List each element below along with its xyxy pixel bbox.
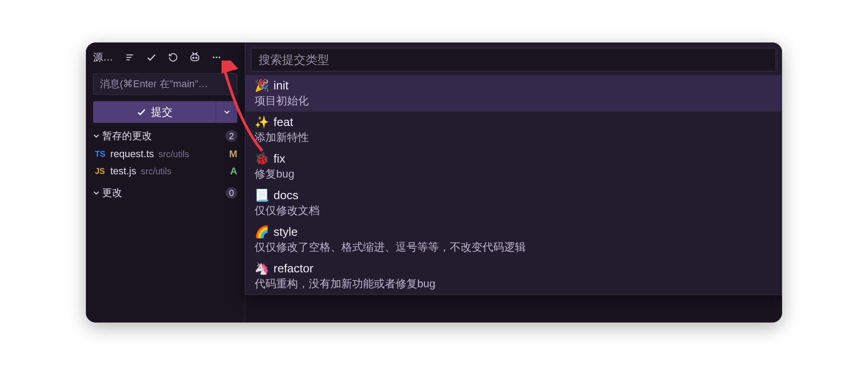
commit-type-emoji: 🦄: [255, 262, 269, 276]
commit-type-description: 修复bug: [255, 167, 773, 181]
chevron-down-icon: [90, 131, 102, 140]
refresh-icon[interactable]: [166, 51, 180, 64]
file-type-icon: JS: [95, 167, 110, 176]
commit-type-keyword: docs: [274, 188, 298, 202]
quickpick-item[interactable]: ✨feat添加新特性: [245, 112, 782, 148]
file-path: src/utils: [159, 149, 227, 159]
commit-type-emoji: 📃: [255, 188, 269, 202]
editor-area: git-commit-plugin redjue ⬇ 48,091 ★★★★★ …: [245, 42, 782, 323]
commit-button-label: 提交: [151, 105, 173, 119]
section-count-badge: 2: [226, 130, 237, 142]
section-label: 更改: [102, 186, 226, 200]
commit-type-description: 项目初始化: [255, 94, 773, 108]
file-name: request.ts: [110, 148, 154, 160]
commit-type-keyword: style: [274, 225, 297, 239]
svg-point-5: [213, 56, 215, 58]
file-status-badge: A: [227, 165, 237, 177]
quickpick-search-input[interactable]: [251, 48, 776, 71]
check-icon[interactable]: [145, 51, 158, 64]
quickpick-panel: 🎉init项目初始化✨feat添加新特性🐞fix修复bug📃docs仅仅修改文档…: [245, 42, 782, 295]
commit-type-description: 仅仅修改了空格、格式缩进、逗号等等，不改变代码逻辑: [255, 240, 773, 254]
commit-button[interactable]: 提交: [93, 101, 216, 123]
source-control-sidebar: 源…: [86, 42, 245, 323]
svg-point-7: [219, 56, 221, 58]
commit-type-emoji: 🐞: [255, 152, 269, 166]
quickpick-item[interactable]: 📃docs仅仅修改文档: [245, 185, 782, 221]
file-row[interactable]: JStest.jssrc/utilsA: [86, 163, 245, 180]
sidebar-title: 源…: [93, 51, 113, 64]
vscode-window: 源…: [86, 42, 782, 323]
commit-type-description: 添加新特性: [255, 130, 773, 145]
svg-point-4: [196, 57, 197, 59]
section-count-badge: 0: [226, 187, 237, 199]
chevron-down-icon: [90, 188, 102, 197]
commit-button-bar: 提交: [93, 101, 237, 123]
quickpick-item[interactable]: 🐞fix修复bug: [245, 148, 782, 185]
file-status-badge: M: [227, 148, 237, 160]
quickpick-item[interactable]: 🦄refactor代码重构，没有加新功能或者修复bug: [245, 258, 782, 295]
commit-type-description: 代码重构，没有加新功能或者修复bug: [255, 276, 773, 291]
file-name: test.js: [110, 165, 136, 177]
file-row[interactable]: TSrequest.tssrc/utilsM: [86, 145, 245, 163]
commit-type-keyword: init: [274, 79, 288, 93]
changes-section[interactable]: 更改 0: [86, 180, 245, 202]
svg-point-6: [216, 56, 217, 58]
commit-type-emoji: 🌈: [255, 225, 269, 239]
commit-type-emoji: 🎉: [255, 79, 269, 93]
quickpick-item[interactable]: 🎉init项目初始化: [245, 75, 782, 112]
more-actions-icon[interactable]: [210, 51, 223, 64]
commit-dropdown-button[interactable]: [216, 101, 237, 123]
commit-message-input[interactable]: [93, 73, 237, 95]
staged-files-list: TSrequest.tssrc/utilsMJStest.jssrc/utils…: [86, 145, 245, 180]
sidebar-header: 源…: [86, 42, 245, 69]
commit-type-keyword: fix: [274, 152, 285, 166]
view-as-tree-icon[interactable]: [123, 51, 137, 64]
commit-type-keyword: refactor: [274, 262, 313, 276]
svg-point-3: [193, 57, 194, 59]
file-path: src/utils: [141, 166, 227, 177]
quickpick-list: 🎉init项目初始化✨feat添加新特性🐞fix修复bug📃docs仅仅修改文档…: [245, 75, 782, 295]
section-label: 暂存的更改: [102, 129, 226, 143]
file-type-icon: TS: [95, 150, 110, 159]
commit-type-description: 仅仅修改文档: [255, 203, 773, 218]
staged-changes-section[interactable]: 暂存的更改 2: [86, 123, 245, 145]
commit-type-keyword: feat: [274, 115, 293, 129]
commit-type-emoji: ✨: [255, 115, 269, 129]
quickpick-item[interactable]: 🌈style仅仅修改了空格、格式缩进、逗号等等，不改变代码逻辑: [245, 221, 782, 258]
github-cat-icon[interactable]: [188, 51, 202, 64]
